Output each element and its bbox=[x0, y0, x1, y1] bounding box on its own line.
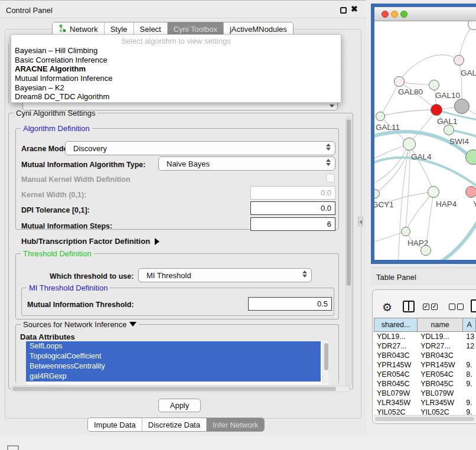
close-icon[interactable]: ✖ bbox=[351, 4, 358, 14]
network-node-y[interactable] bbox=[465, 186, 476, 198]
network-node-gal80[interactable] bbox=[394, 76, 405, 87]
network-node[interactable] bbox=[420, 245, 431, 256]
mi-type-combobox[interactable]: Naive Bayes bbox=[158, 156, 335, 171]
mi-threshold-field[interactable]: 0.5 bbox=[248, 297, 332, 311]
table-row[interactable]: YER054CYER054C8. bbox=[374, 370, 476, 379]
table-row[interactable]: YPR145WYPR145W9. bbox=[374, 360, 476, 370]
network-node-hap4[interactable] bbox=[428, 186, 439, 198]
table-row[interactable]: YBR043CYBR043C bbox=[374, 351, 476, 360]
column-header[interactable]: shared... bbox=[374, 318, 418, 332]
table-cell bbox=[463, 389, 476, 398]
inference-algorithm-combobox-partial[interactable] bbox=[22, 102, 338, 110]
collapse-down-icon bbox=[129, 322, 136, 327]
network-node-hap2[interactable] bbox=[401, 227, 410, 236]
table-cell: YBR043C bbox=[374, 351, 418, 360]
table-row[interactable]: YDR27...YDR27...12 bbox=[374, 341, 476, 351]
zoom-traffic-icon[interactable] bbox=[400, 11, 407, 18]
stepper-icon bbox=[325, 144, 331, 151]
algorithm-option[interactable]: Bayesian – K2 bbox=[11, 83, 341, 93]
gear-icon[interactable]: ⚙ bbox=[382, 301, 392, 314]
checked-checkbox-icon[interactable]: ✓ bbox=[431, 304, 438, 310]
checked-checkbox-icon[interactable]: ✓ bbox=[423, 304, 429, 310]
minimize-traffic-icon[interactable] bbox=[391, 11, 398, 18]
algorithm-option[interactable]: Mutual Information Inference bbox=[11, 74, 341, 83]
columns-icon[interactable] bbox=[403, 301, 415, 312]
network-node-gal[interactable] bbox=[454, 55, 464, 66]
tab-style[interactable]: Style bbox=[105, 22, 134, 35]
table-cell: 9. bbox=[463, 398, 476, 407]
tab-impute-data[interactable]: Impute Data bbox=[88, 418, 142, 431]
algorithm-option[interactable]: ARACNE Algorithm bbox=[11, 64, 341, 74]
table-row[interactable]: YLR345WYLR345W9. bbox=[374, 398, 476, 407]
node-label: GAL11 bbox=[376, 123, 400, 132]
unchecked-checkbox-icon[interactable] bbox=[449, 304, 455, 310]
algorithm-option[interactable]: Basic Correlation Inference bbox=[11, 56, 341, 65]
network-node[interactable] bbox=[454, 99, 470, 114]
network-tab-icon bbox=[58, 24, 67, 34]
close-traffic-icon[interactable] bbox=[382, 11, 389, 18]
table-row[interactable]: YBL079WYBL079W bbox=[374, 389, 476, 398]
sources-legend[interactable]: Sources for Network Inference bbox=[21, 320, 139, 329]
table-header: shared...nameA bbox=[374, 318, 476, 332]
node-table[interactable]: shared...nameA YDL19...YDL19...13YDR27..… bbox=[374, 318, 476, 415]
bottom-tabs: Impute DataDiscretize DataInfer Network bbox=[87, 418, 265, 432]
table-cell: YPR145W bbox=[374, 360, 418, 370]
hub-definition-expander[interactable]: Hub/Transcription Factor Definition bbox=[21, 237, 159, 246]
mi-threshold-label: Mutual Information Threshold: bbox=[27, 301, 134, 309]
table-cell: YDR27... bbox=[418, 341, 463, 351]
kernel-width-field[interactable]: 0.0 bbox=[250, 186, 335, 200]
settings-horizontal-scrollbar[interactable] bbox=[11, 386, 350, 392]
unchecked-checkbox-icon[interactable] bbox=[457, 304, 464, 310]
table-cell: YDL19... bbox=[374, 332, 418, 341]
attribute-item[interactable]: TopologicalCoefficient bbox=[26, 351, 321, 361]
attribute-item[interactable]: gal4RGexp bbox=[26, 371, 321, 381]
minimized-panel-icon[interactable] bbox=[7, 445, 19, 450]
algorithm-option[interactable]: Dream8 DC_TDC Algorithm bbox=[11, 92, 341, 102]
network-canvas[interactable]: GALGAL80GAL10GAL1GAL11SWI4GAL4GCY1HAP4YH… bbox=[374, 21, 476, 260]
tab-infer-network[interactable]: Infer Network bbox=[207, 418, 264, 431]
mi-steps-field[interactable]: 6 bbox=[250, 217, 335, 231]
table-cell: YBR045C bbox=[418, 379, 463, 389]
table-panel-title: Table Panel bbox=[376, 273, 416, 282]
table-horizontal-scrollbar[interactable] bbox=[374, 415, 476, 422]
table-row[interactable]: YDL19...YDL19...13 bbox=[374, 332, 476, 341]
stepper-icon bbox=[325, 159, 331, 166]
data-attributes-list[interactable]: SelfLoopsTopologicalCoefficientBetweenne… bbox=[26, 341, 328, 384]
network-node-gal1[interactable] bbox=[431, 104, 442, 116]
mi-threshold-legend: MI Threshold Definition bbox=[27, 283, 110, 292]
algorithm-option[interactable]: Bayesian – Hill Climbing bbox=[11, 46, 341, 56]
tab-jactivemnodules[interactable]: jActiveMNodules bbox=[224, 22, 293, 35]
node-label: GAL4 bbox=[411, 152, 432, 161]
settings-vertical-scrollbar[interactable] bbox=[345, 116, 352, 387]
network-node-gal4[interactable] bbox=[403, 138, 416, 151]
apply-button[interactable]: Apply bbox=[158, 399, 201, 412]
network-node-gal11[interactable] bbox=[376, 112, 385, 121]
column-header[interactable]: name bbox=[418, 318, 463, 332]
expand-right-icon bbox=[155, 238, 159, 245]
tab-cyni-toolbox[interactable]: Cyni Toolbox bbox=[168, 22, 224, 35]
attributes-vertical-scrollbar[interactable] bbox=[322, 342, 328, 384]
table-row[interactable]: YBR045CYBR045C9. bbox=[374, 379, 476, 389]
panel-splitter-handle[interactable] bbox=[358, 217, 363, 226]
which-threshold-combobox[interactable]: MI Threshold bbox=[138, 268, 312, 282]
aracne-mode-combobox[interactable]: Discovery bbox=[65, 141, 335, 155]
tab-discretize-data[interactable]: Discretize Data bbox=[142, 418, 207, 431]
attribute-item[interactable]: BetweennessCentrality bbox=[26, 361, 321, 371]
attribute-item[interactable]: SelfLoops bbox=[26, 341, 321, 351]
status-strip bbox=[0, 436, 476, 450]
table-row[interactable]: YIL052CYIL052C9. bbox=[374, 407, 476, 415]
aracne-mode-value: Discovery bbox=[73, 144, 107, 153]
column-header[interactable]: A bbox=[463, 318, 476, 332]
network-node-swi4[interactable] bbox=[444, 125, 454, 135]
network-node-gal10[interactable] bbox=[429, 80, 439, 90]
float-window-icon[interactable] bbox=[340, 7, 347, 14]
tab-select[interactable]: Select bbox=[134, 22, 168, 35]
tab-network[interactable]: Network bbox=[53, 22, 105, 35]
dpi-tolerance-field[interactable]: 0.0 bbox=[250, 201, 335, 215]
document-icon[interactable] bbox=[471, 299, 476, 312]
manual-kernel-checkbox[interactable] bbox=[326, 174, 335, 182]
table-cell bbox=[463, 351, 476, 360]
network-titlebar[interactable] bbox=[374, 7, 476, 21]
mi-steps-label: Mutual Information Steps: bbox=[21, 222, 112, 230]
table-cell: 9. bbox=[463, 379, 476, 389]
